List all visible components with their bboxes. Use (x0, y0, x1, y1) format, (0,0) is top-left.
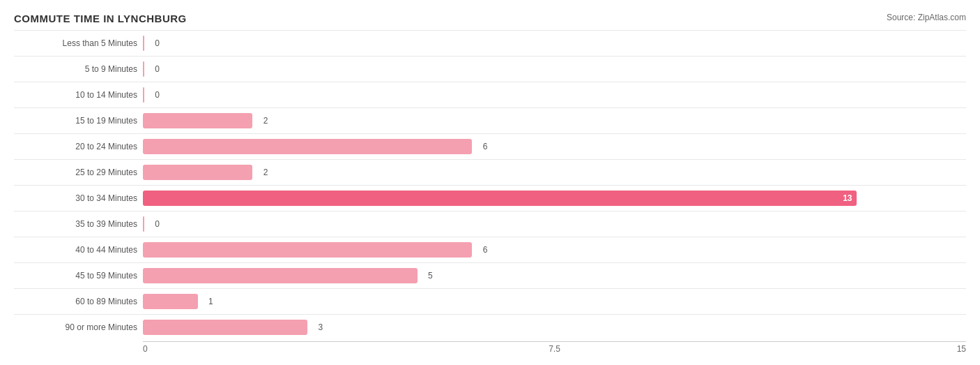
bar-value-label: 6 (483, 142, 488, 151)
bar-fill: 0 (143, 216, 144, 232)
bar-value-label: 0 (155, 90, 160, 100)
bar-value-label: 6 (483, 245, 488, 255)
x-axis-label: 7.5 (549, 344, 560, 354)
bar-row: 45 to 59 Minutes5 (14, 262, 966, 288)
bar-label: 15 to 19 Minutes (14, 116, 143, 126)
chart-area: Less than 5 Minutes05 to 9 Minutes010 to… (14, 30, 966, 340)
bar-value-label: 0 (155, 64, 160, 74)
chart-container: COMMUTE TIME IN LYNCHBURG Source: ZipAtl… (0, 0, 980, 365)
bar-label: 5 to 9 Minutes (14, 64, 143, 74)
bar-fill: 6 (143, 242, 472, 258)
bar-label: 10 to 14 Minutes (14, 90, 143, 100)
bar-label: 40 to 44 Minutes (14, 245, 143, 255)
bar-label: 35 to 39 Minutes (14, 219, 143, 229)
bar-value-label: 13 (843, 193, 852, 203)
bar-track: 3 (143, 320, 966, 335)
bar-track: 0 (143, 36, 966, 51)
bar-row: Less than 5 Minutes0 (14, 30, 966, 56)
x-axis-label: 15 (957, 344, 966, 354)
bar-track: 2 (143, 113, 966, 128)
chart-title: COMMUTE TIME IN LYNCHBURG (14, 13, 966, 24)
bar-fill: 0 (143, 87, 144, 103)
bar-fill: 2 (143, 113, 252, 128)
bar-row: 35 to 39 Minutes0 (14, 211, 966, 237)
bar-value-label: 2 (263, 167, 268, 177)
bar-track: 0 (143, 87, 966, 103)
bar-row: 5 to 9 Minutes0 (14, 56, 966, 82)
bar-fill: 1 (143, 294, 198, 309)
bar-row: 10 to 14 Minutes0 (14, 82, 966, 107)
bar-fill: 0 (143, 61, 144, 77)
bar-value-label: 5 (428, 271, 433, 281)
bar-value-label: 0 (155, 38, 160, 48)
bar-value-label: 0 (155, 219, 160, 229)
bar-label: 90 or more Minutes (14, 322, 143, 332)
bar-track: 0 (143, 216, 966, 232)
bar-value-label: 1 (208, 297, 213, 306)
bar-value-label: 2 (263, 116, 268, 126)
x-axis-label: 0 (143, 344, 148, 354)
bar-track: 2 (143, 165, 966, 180)
bar-fill: 5 (143, 268, 418, 283)
bar-row: 60 to 89 Minutes1 (14, 288, 966, 314)
bar-fill: 3 (143, 320, 307, 335)
bar-row: 90 or more Minutes3 (14, 314, 966, 340)
bar-label: 60 to 89 Minutes (14, 297, 143, 306)
bar-track: 5 (143, 268, 966, 283)
bar-track: 6 (143, 242, 966, 258)
bar-fill: 2 (143, 165, 252, 180)
bar-label: 30 to 34 Minutes (14, 193, 143, 203)
bar-row: 20 to 24 Minutes6 (14, 133, 966, 159)
bar-fill: 6 (143, 139, 472, 154)
bar-track: 13 (143, 191, 966, 206)
bar-row: 25 to 29 Minutes2 (14, 159, 966, 185)
bar-label: 20 to 24 Minutes (14, 142, 143, 151)
x-axis: 07.515 (143, 341, 966, 357)
bar-label: Less than 5 Minutes (14, 38, 143, 48)
bar-row: 30 to 34 Minutes13 (14, 185, 966, 211)
bar-label: 25 to 29 Minutes (14, 167, 143, 177)
bar-label: 45 to 59 Minutes (14, 271, 143, 281)
bar-row: 15 to 19 Minutes2 (14, 107, 966, 133)
bar-track: 6 (143, 139, 966, 154)
bar-fill: 0 (143, 36, 144, 51)
bar-fill: 13 (143, 191, 857, 206)
chart-source: Source: ZipAtlas.com (887, 13, 966, 22)
bar-row: 40 to 44 Minutes6 (14, 237, 966, 262)
bar-value-label: 3 (319, 322, 323, 332)
bar-track: 0 (143, 61, 966, 77)
bar-track: 1 (143, 294, 966, 309)
